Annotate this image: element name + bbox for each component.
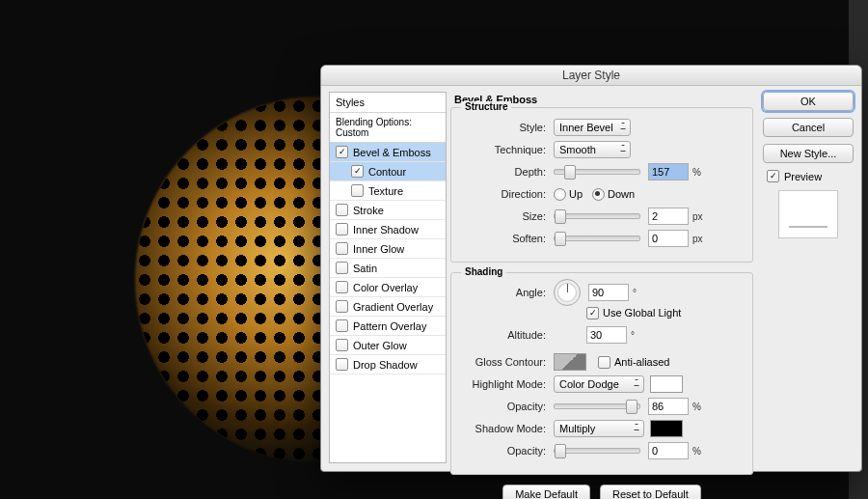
gloss-contour-picker[interactable] [554, 353, 586, 371]
shadow-opacity-input[interactable] [648, 442, 689, 459]
style-checkbox[interactable] [351, 184, 364, 197]
global-light-label: Use Global Light [603, 307, 681, 319]
gloss-contour-label: Gloss Contour: [459, 356, 546, 368]
shadow-mode-label: Shadow Mode: [459, 423, 546, 434]
styles-list: Styles Blending Options: Custom Bevel & … [329, 92, 447, 463]
preview-label: Preview [784, 171, 822, 182]
direction-label: Direction: [459, 188, 546, 200]
style-checkbox[interactable] [336, 319, 348, 332]
style-row-label: Outer Glow [353, 340, 407, 351]
highlight-mode-select[interactable]: Color Dodge [554, 375, 644, 393]
direction-down-radio[interactable] [592, 188, 605, 201]
style-row-label: Pattern Overlay [353, 320, 426, 332]
style-select[interactable]: Inner Bevel [554, 119, 631, 136]
depth-input[interactable] [648, 163, 689, 180]
shadow-opacity-label: Opacity: [459, 445, 546, 457]
angle-input[interactable] [588, 284, 629, 301]
anti-aliased-label: Anti-aliased [614, 356, 669, 368]
effect-settings: Bevel & Emboss Structure Style: Inner Be… [450, 92, 753, 463]
preview-swatch [778, 190, 838, 238]
style-checkbox[interactable] [351, 165, 364, 178]
style-row-contour[interactable]: Contour [330, 162, 446, 181]
shading-label: Shading [461, 266, 506, 277]
style-row-gradient-overlay[interactable]: Gradient Overlay [330, 297, 446, 317]
depth-label: Depth: [459, 166, 546, 178]
style-row-drop-shadow[interactable]: Drop Shadow [330, 355, 446, 374]
style-row-label: Drop Shadow [353, 359, 418, 371]
soften-unit: px [692, 234, 703, 244]
preview-checkbox[interactable] [767, 170, 779, 182]
angle-dial[interactable] [554, 279, 581, 306]
direction-down-label: Down [608, 188, 635, 200]
cancel-button[interactable]: Cancel [763, 118, 854, 137]
size-label: Size: [459, 210, 546, 222]
new-style-button[interactable]: New Style... [763, 144, 854, 163]
dialog-side-buttons: OK Cancel New Style... Preview [763, 92, 854, 238]
style-row-bevel-emboss[interactable]: Bevel & Emboss [330, 143, 446, 162]
style-checkbox[interactable] [336, 262, 348, 274]
styles-header[interactable]: Styles [330, 93, 446, 113]
make-default-button[interactable]: Make Default [502, 485, 590, 499]
style-row-label: Inner Shadow [353, 224, 419, 236]
size-slider[interactable] [554, 213, 640, 219]
style-row-inner-shadow[interactable]: Inner Shadow [330, 220, 446, 239]
anti-aliased-checkbox[interactable] [598, 356, 610, 369]
soften-slider[interactable] [554, 236, 640, 241]
highlight-mode-label: Highlight Mode: [459, 378, 546, 390]
style-row-pattern-overlay[interactable]: Pattern Overlay [330, 317, 446, 336]
reset-default-button[interactable]: Reset to Default [600, 485, 701, 499]
direction-up-radio[interactable] [554, 188, 566, 201]
style-checkbox[interactable] [336, 281, 348, 293]
depth-slider[interactable] [554, 169, 640, 175]
dialog-title[interactable]: Layer Style [321, 66, 861, 86]
structure-group: Structure Style: Inner Bevel Technique: … [450, 107, 753, 263]
angle-label: Angle: [459, 287, 546, 298]
angle-degree: ° [633, 288, 637, 298]
structure-label: Structure [461, 101, 511, 112]
style-row-inner-glow[interactable]: Inner Glow [330, 239, 446, 259]
shadow-opacity-slider[interactable] [554, 448, 640, 454]
style-checkbox[interactable] [336, 223, 348, 236]
style-row-stroke[interactable]: Stroke [330, 201, 446, 220]
altitude-degree: ° [631, 330, 635, 341]
global-light-checkbox[interactable] [586, 307, 599, 319]
highlight-opacity-label: Opacity: [459, 401, 546, 412]
style-row-label: Inner Glow [353, 243, 404, 255]
shadow-color-swatch[interactable] [650, 420, 683, 437]
altitude-input[interactable] [586, 326, 627, 344]
soften-label: Soften: [459, 233, 546, 244]
style-row-color-overlay[interactable]: Color Overlay [330, 278, 446, 297]
style-checkbox[interactable] [336, 146, 348, 158]
shading-group: Shading Angle: ° Use Global Lig [450, 272, 753, 475]
shadow-mode-select[interactable]: Multiply [554, 420, 644, 437]
highlight-opacity-input[interactable] [648, 398, 689, 415]
direction-up-label: Up [569, 188, 583, 200]
highlight-color-swatch[interactable] [650, 375, 683, 393]
style-row-label: Contour [368, 166, 406, 178]
highlight-opacity-slider[interactable] [554, 403, 640, 409]
style-label: Style: [459, 122, 546, 133]
blending-options-row[interactable]: Blending Options: Custom [330, 113, 446, 143]
style-checkbox[interactable] [336, 204, 348, 216]
style-checkbox[interactable] [336, 300, 348, 313]
technique-select[interactable]: Smooth [554, 141, 631, 158]
style-row-satin[interactable]: Satin [330, 259, 446, 278]
style-row-label: Bevel & Emboss [353, 147, 431, 158]
technique-label: Technique: [459, 144, 546, 155]
size-unit: px [692, 211, 703, 222]
ok-button[interactable]: OK [763, 92, 854, 111]
style-row-label: Texture [368, 185, 403, 197]
style-row-label: Gradient Overlay [353, 301, 433, 313]
soften-input[interactable] [648, 230, 689, 247]
style-checkbox[interactable] [336, 358, 348, 371]
style-row-texture[interactable]: Texture [330, 181, 446, 201]
style-checkbox[interactable] [336, 339, 348, 351]
style-row-label: Stroke [353, 205, 384, 216]
layer-style-dialog: Layer Style Styles Blending Options: Cus… [320, 65, 862, 472]
size-input[interactable] [648, 208, 689, 225]
style-row-label: Color Overlay [353, 282, 418, 293]
style-row-outer-glow[interactable]: Outer Glow [330, 336, 446, 355]
depth-unit: % [692, 167, 701, 178]
style-checkbox[interactable] [336, 242, 348, 255]
style-row-label: Satin [353, 263, 377, 274]
